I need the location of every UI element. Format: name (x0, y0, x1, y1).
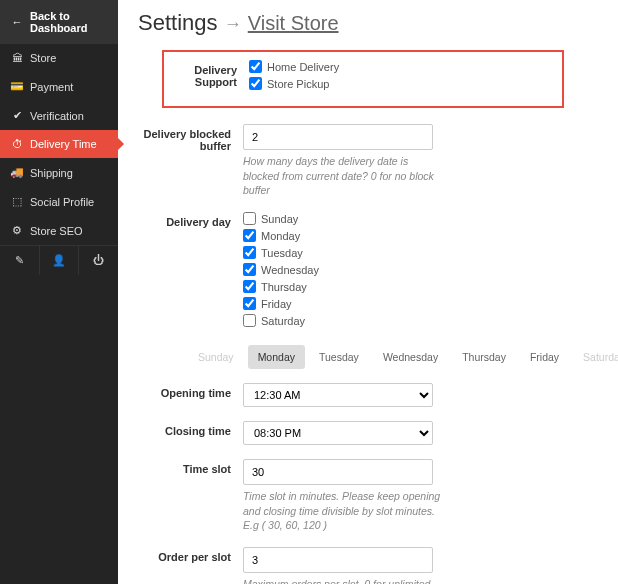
sidebar-power-button[interactable]: ⏻ (79, 246, 118, 275)
checkbox-monday[interactable]: Monday (243, 229, 598, 242)
sidebar-item-delivery-time[interactable]: ⏱ Delivery Time (0, 130, 118, 158)
checkbox-label: Monday (261, 230, 300, 242)
sidebar-item-store-seo[interactable]: ⚙ Store SEO (0, 216, 118, 245)
sidebar-item-label: Store (30, 52, 56, 64)
closing-time-select[interactable]: 08:30 PM (243, 421, 433, 445)
delivery-support-label: Delivery Support (164, 60, 249, 88)
checkbox-input[interactable] (243, 314, 256, 327)
checkbox-label: Friday (261, 298, 292, 310)
delivery-support-highlight: Delivery Support Home Delivery Store Pic… (162, 50, 564, 108)
opening-time-label: Opening time (138, 383, 243, 399)
arrow-right-icon: → (224, 14, 242, 34)
sidebar-item-label: Delivery Time (30, 138, 97, 150)
sidebar-bottom: ✎ 👤 ⏻ (0, 245, 118, 275)
sidebar-item-label: Social Profile (30, 196, 94, 208)
shipping-icon: 🚚 (10, 166, 24, 179)
blocked-buffer-help: How many days the delivery date is block… (243, 154, 443, 198)
day-tabs: Sunday Monday Tuesday Wednesday Thursday… (188, 345, 598, 369)
checkbox-label: Sunday (261, 213, 298, 225)
payment-icon: 💳 (10, 80, 24, 93)
social-icon: ⬚ (10, 195, 24, 208)
sidebar-item-label: Verification (30, 110, 84, 122)
time-slot-label: Time slot (138, 459, 243, 475)
sidebar-item-social-profile[interactable]: ⬚ Social Profile (0, 187, 118, 216)
tab-sunday: Sunday (188, 345, 244, 369)
tab-thursday[interactable]: Thursday (452, 345, 516, 369)
checkbox-home-delivery[interactable]: Home Delivery (249, 60, 562, 73)
checkbox-tuesday[interactable]: Tuesday (243, 246, 598, 259)
checkbox-input[interactable] (249, 77, 262, 90)
checkbox-wednesday[interactable]: Wednesday (243, 263, 598, 276)
tab-saturday: Saturday (573, 345, 618, 369)
title-text: Settings (138, 10, 218, 35)
tab-wednesday[interactable]: Wednesday (373, 345, 448, 369)
sidebar-back-label: Back to Dashboard (30, 10, 108, 34)
checkbox-input[interactable] (243, 280, 256, 293)
opening-time-select[interactable]: 12:30 AM (243, 383, 433, 407)
checkbox-input[interactable] (243, 263, 256, 276)
edit-icon: ✎ (15, 254, 24, 266)
sidebar-back-to-dashboard[interactable]: ← Back to Dashboard (0, 0, 118, 44)
tab-tuesday[interactable]: Tuesday (309, 345, 369, 369)
clock-icon: ⏱ (10, 138, 24, 150)
time-slot-help: Time slot in minutes. Please keep openin… (243, 489, 443, 533)
page-title: Settings → Visit Store (138, 10, 598, 36)
gear-icon: ⚙ (10, 224, 24, 237)
checkbox-input[interactable] (243, 246, 256, 259)
sidebar-item-shipping[interactable]: 🚚 Shipping (0, 158, 118, 187)
checkbox-input[interactable] (243, 297, 256, 310)
blocked-buffer-label: Delivery blocked buffer (138, 124, 243, 152)
user-icon: 👤 (52, 254, 66, 266)
verification-icon: ✔ (10, 109, 24, 122)
order-per-slot-label: Order per slot (138, 547, 243, 563)
checkbox-input[interactable] (243, 212, 256, 225)
checkbox-saturday[interactable]: Saturday (243, 314, 598, 327)
checkbox-label: Store Pickup (267, 78, 329, 90)
sidebar-item-label: Payment (30, 81, 73, 93)
order-per-slot-help: Maximum orders per slot. 0 for unlimited… (243, 577, 443, 584)
closing-time-label: Closing time (138, 421, 243, 437)
sidebar-item-label: Store SEO (30, 225, 83, 237)
checkbox-store-pickup[interactable]: Store Pickup (249, 77, 562, 90)
main-content: Settings → Visit Store Delivery Support … (118, 0, 618, 584)
delivery-day-options: Sunday Monday Tuesday Wednesday Thursday… (243, 212, 598, 331)
checkbox-thursday[interactable]: Thursday (243, 280, 598, 293)
checkbox-label: Saturday (261, 315, 305, 327)
delivery-support-options: Home Delivery Store Pickup (249, 60, 562, 94)
store-icon: 🏛 (10, 52, 24, 64)
visit-store-link[interactable]: Visit Store (248, 12, 339, 34)
delivery-day-label: Delivery day (138, 212, 243, 228)
sidebar-item-payment[interactable]: 💳 Payment (0, 72, 118, 101)
checkbox-friday[interactable]: Friday (243, 297, 598, 310)
checkbox-label: Wednesday (261, 264, 319, 276)
sidebar-item-verification[interactable]: ✔ Verification (0, 101, 118, 130)
sidebar-item-store[interactable]: 🏛 Store (0, 44, 118, 72)
sidebar-edit-button[interactable]: ✎ (0, 246, 40, 275)
checkbox-label: Thursday (261, 281, 307, 293)
tab-monday[interactable]: Monday (248, 345, 305, 369)
checkbox-label: Home Delivery (267, 61, 339, 73)
checkbox-input[interactable] (243, 229, 256, 242)
sidebar-user-button[interactable]: 👤 (40, 246, 80, 275)
sidebar: ← Back to Dashboard 🏛 Store 💳 Payment ✔ … (0, 0, 118, 584)
arrow-left-icon: ← (10, 16, 24, 28)
blocked-buffer-input[interactable] (243, 124, 433, 150)
checkbox-input[interactable] (249, 60, 262, 73)
order-per-slot-input[interactable] (243, 547, 433, 573)
time-slot-input[interactable] (243, 459, 433, 485)
checkbox-label: Tuesday (261, 247, 303, 259)
tab-friday[interactable]: Friday (520, 345, 569, 369)
sidebar-item-label: Shipping (30, 167, 73, 179)
checkbox-sunday[interactable]: Sunday (243, 212, 598, 225)
power-icon: ⏻ (93, 254, 104, 266)
